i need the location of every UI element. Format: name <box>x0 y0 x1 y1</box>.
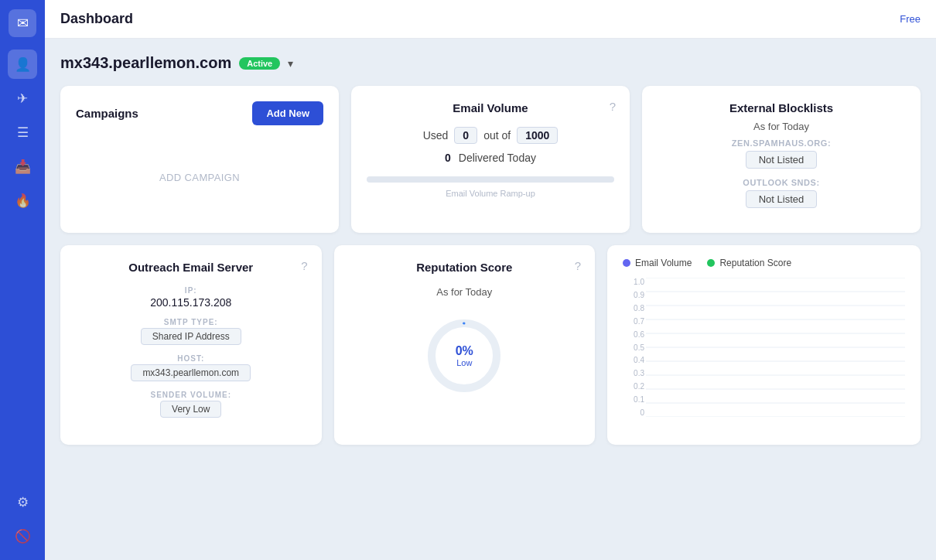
main-content: Dashboard Free mx343.pearllemon.com Acti… <box>45 0 936 560</box>
smtp-label: SMTP TYPE: <box>76 318 306 326</box>
email-volume-help-icon[interactable]: ? <box>610 100 616 113</box>
smtp-value-row: Shared IP Address <box>76 328 306 354</box>
legend-email-volume: Email Volume <box>623 258 692 268</box>
total-value: 1000 <box>517 127 558 144</box>
donut-container: 0% Low <box>350 313 580 398</box>
y-label-04: 0.4 <box>623 356 644 364</box>
blocklists-as-for-today: As for Today <box>658 121 905 132</box>
send-icon: ✈ <box>17 90 28 107</box>
blocked-icon: 🚫 <box>15 528 31 545</box>
chart-legend: Email Volume Reputation Score <box>623 258 905 268</box>
external-blocklists-card: External Blocklists As for Today ZEN.SPA… <box>642 86 921 233</box>
reputation-help-icon[interactable]: ? <box>575 259 581 272</box>
reputation-donut: 0% Low <box>422 313 507 398</box>
delivered-today-label: Delivered Today <box>459 152 536 164</box>
topbar-link[interactable]: Free <box>900 13 921 25</box>
donut-percentage: 0% <box>456 344 473 358</box>
outreach-server-card: ? Outreach Email Server IP: 200.115.173.… <box>60 245 322 445</box>
domain-status-badge: Active <box>239 57 280 70</box>
chart-y-labels: 0 0.1 0.2 0.3 0.4 0.5 0.6 0.7 0.8 0.9 1.… <box>623 278 644 417</box>
blocklist-zen-label: ZEN.SPAMHAUS.ORG: <box>732 138 831 148</box>
reputation-score-dot <box>707 259 715 267</box>
y-label-09: 0.9 <box>623 291 644 299</box>
sidebar-item-send[interactable]: ✈ <box>8 84 37 113</box>
domain-header: mx343.pearllemon.com Active ▾ <box>60 54 921 72</box>
campaigns-title: Campaigns <box>76 107 138 120</box>
vol-delivered: 0 Delivered Today <box>367 152 614 164</box>
vol-stats: Used 0 out of 1000 <box>367 127 614 144</box>
add-new-button[interactable]: Add New <box>252 101 323 125</box>
y-label-10: 1.0 <box>623 278 644 286</box>
contacts-icon: 👤 <box>15 56 31 73</box>
blocklist-item-zen: ZEN.SPAMHAUS.ORG: Not Listed <box>658 138 905 169</box>
ip-value: 200.115.173.208 <box>76 296 306 309</box>
chart-lines <box>646 278 905 417</box>
y-label-01: 0.1 <box>623 395 644 404</box>
add-campaign-placeholder: ADD CAMPAIGN <box>76 172 323 183</box>
blocklist-outlook-label: OUTLOOK SNDS: <box>743 178 819 187</box>
outreach-title: Outreach Email Server <box>76 261 306 274</box>
sidebar-item-blocked[interactable]: 🚫 <box>8 521 37 551</box>
y-label-05: 0.5 <box>623 343 644 352</box>
vol-rampup-label: Email Volume Ramp-up <box>367 189 614 198</box>
delivered-today-value: 0 <box>445 152 451 164</box>
blocklist-item-outlook: OUTLOOK SNDS: Not Listed <box>658 178 905 208</box>
content-area: mx343.pearllemon.com Active ▾ Campaigns … <box>45 39 936 560</box>
inbox-icon: 📥 <box>15 159 31 175</box>
sidebar-item-list[interactable]: ☰ <box>8 118 37 147</box>
campaigns-header: Campaigns Add New <box>76 101 323 125</box>
host-value: mx343.pearllemon.com <box>131 364 251 381</box>
donut-level: Low <box>456 358 473 367</box>
y-label-0: 0 <box>623 408 644 417</box>
sidebar-item-contacts[interactable]: 👤 <box>8 50 37 79</box>
top-cards-row: Campaigns Add New ADD CAMPAIGN ? Email V… <box>60 86 921 233</box>
sidebar: ✉ 👤 ✈ ☰ 📥 🔥 ⚙ 🚫 <box>0 0 45 560</box>
vol-progress-bar <box>367 176 614 183</box>
blocklist-zen-status: Not Listed <box>746 151 818 169</box>
blocklists-title: External Blocklists <box>658 101 905 114</box>
campaigns-card: Campaigns Add New ADD CAMPAIGN <box>60 86 339 233</box>
list-icon: ☰ <box>17 125 29 141</box>
sidebar-item-settings[interactable]: ⚙ <box>8 487 37 517</box>
sender-value: Very Low <box>160 401 221 418</box>
email-volume-card: ? Email Volume Used 0 out of 1000 0 Deli… <box>351 86 630 233</box>
sender-label: SENDER VOLUME: <box>76 391 306 399</box>
mail-icon: ✉ <box>17 15 29 32</box>
email-volume-legend-label: Email Volume <box>635 258 692 268</box>
outreach-help-icon[interactable]: ? <box>301 259 307 272</box>
bottom-cards-row: ? Outreach Email Server IP: 200.115.173.… <box>60 245 921 445</box>
out-of-label: out of <box>483 129 511 142</box>
legend-reputation-score: Reputation Score <box>707 258 791 268</box>
sidebar-logo[interactable]: ✉ <box>9 9 36 37</box>
settings-icon: ⚙ <box>17 494 29 510</box>
domain-chevron-icon[interactable]: ▾ <box>288 57 293 70</box>
domain-name: mx343.pearllemon.com <box>60 54 231 72</box>
used-value: 0 <box>454 127 477 144</box>
blocklist-outlook-status: Not Listed <box>746 190 818 208</box>
y-label-02: 0.2 <box>623 382 644 391</box>
page-title: Dashboard <box>60 11 133 27</box>
sender-value-row: Very Low <box>76 401 306 427</box>
fire-icon: 🔥 <box>15 193 31 209</box>
smtp-value: Shared IP Address <box>141 328 241 345</box>
host-value-row: mx343.pearllemon.com <box>76 364 306 391</box>
email-volume-title: Email Volume <box>367 101 614 114</box>
sidebar-item-inbox[interactable]: 📥 <box>8 152 37 181</box>
host-label: HOST: <box>76 354 306 363</box>
sidebar-item-fire[interactable]: 🔥 <box>8 186 37 215</box>
y-label-03: 0.3 <box>623 369 644 377</box>
y-label-08: 0.8 <box>623 304 644 312</box>
donut-text: 0% Low <box>456 344 473 367</box>
ip-label: IP: <box>76 286 306 295</box>
y-label-07: 0.7 <box>623 317 644 326</box>
rep-as-for-today: As for Today <box>350 286 580 298</box>
used-label: Used <box>423 129 449 142</box>
reputation-title: Reputation Score <box>350 261 580 274</box>
topbar: Dashboard Free <box>45 0 936 39</box>
reputation-score-card: ? Reputation Score As for Today 0% Low <box>334 245 596 445</box>
email-volume-dot <box>623 259 630 267</box>
server-info: IP: 200.115.173.208 SMTP TYPE: Shared IP… <box>76 286 306 427</box>
reputation-score-legend-label: Reputation Score <box>719 258 791 268</box>
chart-card: Email Volume Reputation Score 0 0.1 0.2 … <box>607 245 921 445</box>
chart-area: 0 0.1 0.2 0.3 0.4 0.5 0.6 0.7 0.8 0.9 1.… <box>623 278 905 432</box>
